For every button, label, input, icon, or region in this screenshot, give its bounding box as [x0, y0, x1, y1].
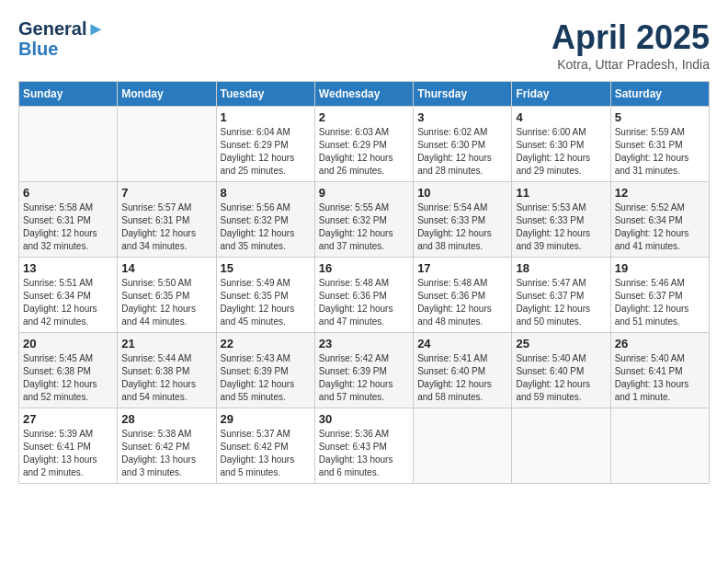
day-number: 28: [121, 412, 211, 426]
day-info: Sunrise: 5:59 AMSunset: 6:31 PMDaylight:…: [615, 126, 705, 178]
calendar-cell: 12Sunrise: 5:52 AMSunset: 6:34 PMDayligh…: [610, 182, 709, 258]
calendar-cell: 24Sunrise: 5:41 AMSunset: 6:40 PMDayligh…: [414, 333, 512, 408]
weekday-header-wednesday: Wednesday: [314, 82, 413, 107]
calendar-cell: 26Sunrise: 5:40 AMSunset: 6:41 PMDayligh…: [610, 333, 709, 408]
calendar-cell: 22Sunrise: 5:43 AMSunset: 6:39 PMDayligh…: [216, 333, 314, 408]
calendar-table: SundayMondayTuesdayWednesdayThursdayFrid…: [18, 81, 710, 484]
calendar-cell: 13Sunrise: 5:51 AMSunset: 6:34 PMDayligh…: [19, 258, 118, 333]
day-number: 20: [23, 337, 113, 350]
calendar-week-row: 6Sunrise: 5:58 AMSunset: 6:31 PMDaylight…: [19, 182, 710, 258]
calendar-cell: 15Sunrise: 5:49 AMSunset: 6:35 PMDayligh…: [216, 258, 314, 333]
day-number: 24: [417, 337, 507, 350]
weekday-header-friday: Friday: [512, 82, 610, 107]
calendar-week-row: 13Sunrise: 5:51 AMSunset: 6:34 PMDayligh…: [19, 258, 710, 333]
calendar-week-row: 20Sunrise: 5:45 AMSunset: 6:38 PMDayligh…: [19, 333, 710, 408]
day-number: 11: [516, 186, 606, 200]
day-number: 21: [121, 337, 211, 350]
day-number: 4: [516, 110, 606, 124]
calendar-cell: 17Sunrise: 5:48 AMSunset: 6:36 PMDayligh…: [414, 258, 512, 333]
day-number: 30: [319, 412, 409, 426]
calendar-cell: [414, 408, 512, 484]
day-info: Sunrise: 5:46 AMSunset: 6:37 PMDaylight:…: [615, 277, 705, 328]
weekday-header-saturday: Saturday: [610, 82, 709, 107]
calendar-cell: 5Sunrise: 5:59 AMSunset: 6:31 PMDaylight…: [610, 107, 709, 182]
calendar-cell: 11Sunrise: 5:53 AMSunset: 6:33 PMDayligh…: [512, 182, 610, 258]
logo-text: General►: [18, 18, 105, 39]
calendar-cell: 20Sunrise: 5:45 AMSunset: 6:38 PMDayligh…: [19, 333, 118, 408]
calendar-cell: [512, 408, 610, 484]
day-info: Sunrise: 5:48 AMSunset: 6:36 PMDaylight:…: [319, 277, 409, 328]
day-info: Sunrise: 5:58 AMSunset: 6:31 PMDaylight:…: [23, 201, 113, 253]
day-info: Sunrise: 6:00 AMSunset: 6:30 PMDaylight:…: [516, 126, 606, 178]
day-info: Sunrise: 5:37 AMSunset: 6:42 PMDaylight:…: [221, 428, 311, 479]
day-number: 9: [319, 186, 409, 200]
day-info: Sunrise: 6:02 AMSunset: 6:30 PMDaylight:…: [417, 126, 507, 178]
day-number: 12: [615, 186, 705, 200]
calendar-cell: 16Sunrise: 5:48 AMSunset: 6:36 PMDayligh…: [314, 258, 413, 333]
day-info: Sunrise: 5:39 AMSunset: 6:41 PMDaylight:…: [23, 428, 113, 479]
day-info: Sunrise: 5:51 AMSunset: 6:34 PMDaylight:…: [23, 277, 113, 328]
day-info: Sunrise: 5:36 AMSunset: 6:43 PMDaylight:…: [319, 428, 409, 479]
day-number: 25: [516, 337, 606, 350]
calendar-cell: 14Sunrise: 5:50 AMSunset: 6:35 PMDayligh…: [118, 258, 216, 333]
day-info: Sunrise: 5:38 AMSunset: 6:42 PMDaylight:…: [121, 428, 211, 479]
calendar-cell: 19Sunrise: 5:46 AMSunset: 6:37 PMDayligh…: [610, 258, 709, 333]
calendar-week-row: 27Sunrise: 5:39 AMSunset: 6:41 PMDayligh…: [19, 408, 710, 484]
day-number: 14: [121, 261, 211, 275]
day-info: Sunrise: 5:49 AMSunset: 6:35 PMDaylight:…: [221, 277, 311, 328]
calendar-cell: 21Sunrise: 5:44 AMSunset: 6:38 PMDayligh…: [118, 333, 216, 408]
day-number: 22: [221, 337, 311, 350]
calendar-cell: 4Sunrise: 6:00 AMSunset: 6:30 PMDaylight…: [512, 107, 610, 182]
weekday-header-thursday: Thursday: [414, 82, 512, 107]
calendar-week-row: 1Sunrise: 6:04 AMSunset: 6:29 PMDaylight…: [19, 107, 710, 182]
title-block: April 2025 Kotra, Uttar Pradesh, India: [552, 18, 710, 72]
calendar-cell: 29Sunrise: 5:37 AMSunset: 6:42 PMDayligh…: [216, 408, 314, 484]
calendar-cell: 25Sunrise: 5:40 AMSunset: 6:40 PMDayligh…: [512, 333, 610, 408]
calendar-cell: 23Sunrise: 5:42 AMSunset: 6:39 PMDayligh…: [314, 333, 413, 408]
logo: General► Blue: [18, 18, 105, 59]
logo-blue: Blue: [18, 39, 105, 59]
day-info: Sunrise: 5:57 AMSunset: 6:31 PMDaylight:…: [121, 201, 211, 253]
day-number: 26: [615, 337, 705, 350]
day-number: 18: [516, 261, 606, 275]
weekday-header-tuesday: Tuesday: [216, 82, 314, 107]
calendar-cell: 27Sunrise: 5:39 AMSunset: 6:41 PMDayligh…: [19, 408, 118, 484]
calendar-cell: 28Sunrise: 5:38 AMSunset: 6:42 PMDayligh…: [118, 408, 216, 484]
day-number: 17: [417, 261, 507, 275]
day-number: 27: [23, 412, 113, 426]
day-number: 16: [319, 261, 409, 275]
day-info: Sunrise: 5:42 AMSunset: 6:39 PMDaylight:…: [319, 352, 409, 404]
calendar-cell: 6Sunrise: 5:58 AMSunset: 6:31 PMDaylight…: [19, 182, 118, 258]
day-info: Sunrise: 5:47 AMSunset: 6:37 PMDaylight:…: [516, 277, 606, 328]
day-info: Sunrise: 5:41 AMSunset: 6:40 PMDaylight:…: [417, 352, 507, 404]
day-info: Sunrise: 5:40 AMSunset: 6:40 PMDaylight:…: [516, 352, 606, 404]
weekday-header-sunday: Sunday: [19, 82, 118, 107]
month-title: April 2025: [552, 18, 710, 57]
calendar-cell: 1Sunrise: 6:04 AMSunset: 6:29 PMDaylight…: [216, 107, 314, 182]
calendar-cell: 7Sunrise: 5:57 AMSunset: 6:31 PMDaylight…: [118, 182, 216, 258]
calendar-cell: 30Sunrise: 5:36 AMSunset: 6:43 PMDayligh…: [314, 408, 413, 484]
day-info: Sunrise: 5:52 AMSunset: 6:34 PMDaylight:…: [615, 201, 705, 253]
day-info: Sunrise: 6:04 AMSunset: 6:29 PMDaylight:…: [221, 126, 311, 178]
day-info: Sunrise: 5:48 AMSunset: 6:36 PMDaylight:…: [417, 277, 507, 328]
day-number: 8: [221, 186, 311, 200]
calendar-cell: [118, 107, 216, 182]
day-number: 3: [417, 110, 507, 124]
day-number: 29: [221, 412, 311, 426]
day-number: 6: [23, 186, 113, 200]
day-number: 13: [23, 261, 113, 275]
weekday-header-row: SundayMondayTuesdayWednesdayThursdayFrid…: [19, 82, 710, 107]
calendar-cell: [19, 107, 118, 182]
calendar-cell: 10Sunrise: 5:54 AMSunset: 6:33 PMDayligh…: [414, 182, 512, 258]
day-number: 15: [221, 261, 311, 275]
page-header: General► Blue April 2025 Kotra, Uttar Pr…: [18, 18, 710, 72]
day-info: Sunrise: 5:54 AMSunset: 6:33 PMDaylight:…: [417, 201, 507, 253]
day-info: Sunrise: 5:45 AMSunset: 6:38 PMDaylight:…: [23, 352, 113, 404]
day-info: Sunrise: 5:56 AMSunset: 6:32 PMDaylight:…: [221, 201, 311, 253]
day-number: 23: [319, 337, 409, 350]
day-info: Sunrise: 5:55 AMSunset: 6:32 PMDaylight:…: [319, 201, 409, 253]
day-info: Sunrise: 6:03 AMSunset: 6:29 PMDaylight:…: [319, 126, 409, 178]
calendar-cell: 9Sunrise: 5:55 AMSunset: 6:32 PMDaylight…: [314, 182, 413, 258]
day-number: 10: [417, 186, 507, 200]
calendar-cell: 8Sunrise: 5:56 AMSunset: 6:32 PMDaylight…: [216, 182, 314, 258]
